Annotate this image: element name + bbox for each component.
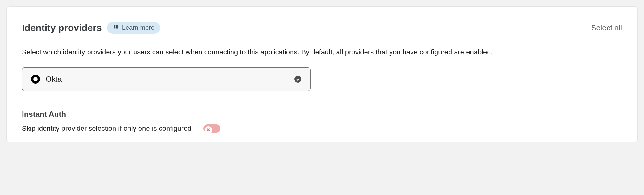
provider-label: Okta: [46, 75, 62, 84]
okta-icon: [31, 75, 40, 84]
instant-auth-title: Instant Auth: [22, 110, 622, 119]
checkmark-icon: [294, 76, 301, 83]
provider-left: Okta: [31, 75, 62, 84]
header-left: Identity providers Learn more: [22, 22, 160, 34]
section-description: Select which identity providers your use…: [22, 47, 622, 57]
identity-providers-card: Identity providers Learn more Select all…: [6, 6, 638, 142]
toggle-knob: [205, 126, 212, 134]
section-title: Identity providers: [22, 22, 102, 33]
x-icon: [207, 127, 210, 133]
instant-auth-row: Skip identity provider selection if only…: [22, 124, 622, 133]
provider-okta-card[interactable]: Okta: [22, 67, 311, 91]
header-row: Identity providers Learn more Select all: [22, 22, 622, 34]
instant-auth-toggle[interactable]: [203, 124, 220, 133]
book-icon: [113, 24, 119, 32]
learn-more-label: Learn more: [122, 24, 154, 31]
instant-auth-description: Skip identity provider selection if only…: [22, 124, 191, 133]
learn-more-link[interactable]: Learn more: [107, 22, 160, 34]
select-all-link[interactable]: Select all: [591, 23, 622, 32]
